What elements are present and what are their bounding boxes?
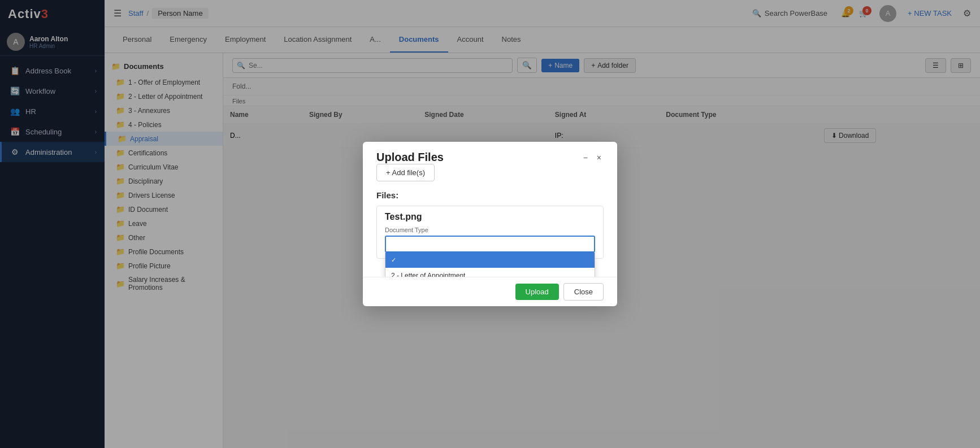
modal-title: Upload Files [376, 151, 444, 164]
add-files-modal-button[interactable]: + Add file(s) [376, 164, 435, 181]
main-area: ☰ Staff / Person Name 🔍 Search PowerBase… [105, 0, 980, 448]
modal-overlay: Upload Files − × + Add file(s) Files: Te… [105, 0, 980, 448]
file-name: Test.png [385, 212, 595, 222]
close-modal-button[interactable]: Close [563, 283, 604, 301]
check-icon: ✓ [391, 256, 396, 264]
upload-button[interactable]: Upload [515, 284, 559, 300]
modal-minimize-button[interactable]: − [581, 152, 590, 163]
modal-window-controls: − × [581, 152, 604, 163]
modal-body: + Add file(s) Files: Test.png Document T… [363, 164, 617, 277]
modal-close-button[interactable]: × [595, 152, 604, 163]
modal-footer: Upload Close [363, 277, 617, 306]
file-item: Test.png Document Type ✓ [376, 206, 604, 259]
doc-type-row: ✓ 2 - Letter of Appointment Annexure A -… [385, 236, 595, 253]
upload-modal: Upload Files − × + Add file(s) Files: Te… [363, 142, 617, 306]
dropdown-item-2[interactable]: 2 - Letter of Appointment [385, 268, 595, 277]
doc-type-select[interactable] [385, 236, 595, 253]
dropdown-item-empty[interactable]: ✓ [385, 253, 595, 268]
modal-title-row: Upload Files − × [363, 142, 617, 164]
files-section-label: Files: [376, 190, 604, 200]
doc-type-select-wrapper: ✓ 2 - Letter of Appointment Annexure A -… [385, 236, 595, 253]
doc-type-label: Document Type [385, 227, 595, 233]
doc-type-dropdown[interactable]: ✓ 2 - Letter of Appointment Annexure A -… [385, 253, 595, 277]
